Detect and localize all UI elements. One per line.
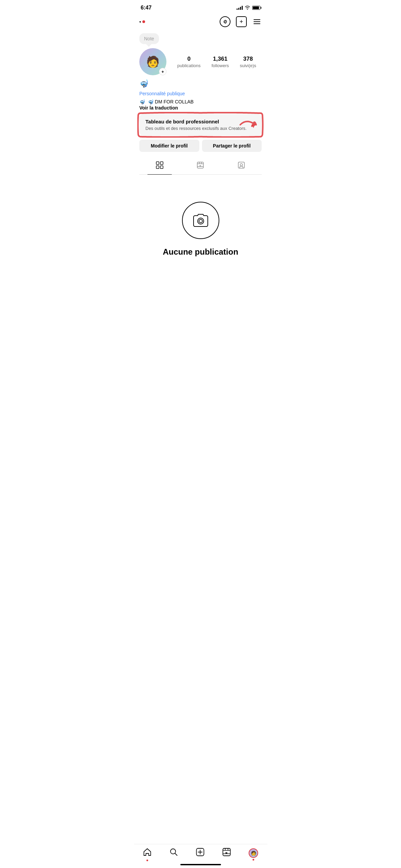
bio-text: 🤿 🤿 DM FOR COLLAB: [139, 99, 262, 104]
following-count: 378: [243, 56, 253, 62]
svg-point-7: [240, 164, 242, 166]
avatar-wrapper[interactable]: 🧑 +: [139, 48, 166, 75]
tab-reels[interactable]: [180, 157, 221, 174]
empty-title: Aucune publication: [163, 247, 238, 257]
svg-rect-1: [156, 162, 159, 164]
dashboard-banner[interactable]: Tableau de bord professionnel Des outils…: [139, 114, 262, 136]
dashboard-title: Tableau de bord professionnel: [145, 119, 256, 124]
following-label: suivi(e)s: [240, 63, 256, 68]
camera-icon: [192, 213, 210, 228]
tabs-row: [139, 157, 262, 175]
edit-avatar-button[interactable]: +: [159, 68, 166, 75]
stats-row: 0 publications 1,361 followers 378 suivi…: [172, 56, 262, 68]
svg-rect-2: [160, 162, 163, 164]
status-time: 6:47: [141, 5, 152, 11]
camera-circle: [182, 202, 219, 239]
add-post-button[interactable]: +: [236, 16, 247, 27]
publications-stat[interactable]: 0 publications: [177, 56, 201, 68]
avatar-stats-row: 🧑 + 0 publications 1,361 followers 378 s…: [139, 48, 262, 75]
avatar-image: 🧑: [146, 55, 160, 68]
profile-section: Note 🧑 + 0 publications 1,361 followers …: [134, 30, 267, 175]
plus-icon: +: [161, 69, 164, 74]
svg-rect-3: [156, 166, 159, 169]
share-profile-button[interactable]: Partager le profil: [202, 140, 262, 152]
tagged-icon: [238, 161, 245, 170]
notification-dot: [142, 20, 145, 23]
signal-icon: [237, 6, 243, 10]
bio-emoji: 🤿: [139, 99, 145, 104]
tab-grid[interactable]: [139, 157, 180, 174]
note-bubble[interactable]: Note: [139, 33, 159, 44]
translate-button[interactable]: Voir la traduction: [139, 105, 262, 111]
svg-rect-6: [238, 162, 244, 168]
status-bar: 6:47: [134, 0, 267, 14]
chevron-down-icon: ▾: [139, 20, 141, 24]
profile-decoration: 🤿: [139, 79, 262, 88]
hamburger-line: [254, 21, 260, 22]
bio-section: 🤿 🤿 DM FOR COLLAB Voir la traduction: [139, 99, 262, 111]
dashboard-subtitle: Des outils et des ressources exclusifs a…: [145, 126, 256, 131]
svg-rect-4: [160, 166, 163, 169]
bio-collab: 🤿 DM FOR COLLAB: [148, 99, 194, 104]
edit-profile-button[interactable]: Modifier le profil: [139, 140, 199, 152]
svg-point-0: [225, 21, 226, 22]
menu-button[interactable]: [252, 18, 262, 25]
following-stat[interactable]: 378 suivi(e)s: [240, 56, 256, 68]
publications-label: publications: [177, 63, 201, 68]
reels-icon: [197, 161, 204, 170]
battery-icon: [252, 6, 260, 10]
svg-point-9: [199, 219, 202, 223]
tab-tagged[interactable]: [221, 157, 262, 174]
hamburger-line: [254, 23, 260, 24]
plus-icon: +: [240, 19, 243, 25]
note-label: Note: [144, 36, 154, 41]
dashboard-banner-wrapper: Tableau de bord professionnel Des outils…: [139, 114, 262, 136]
action-buttons: Modifier le profil Partager le profil: [139, 140, 262, 152]
svg-rect-5: [197, 162, 203, 168]
top-nav: ▾ +: [134, 14, 267, 30]
status-icons: [237, 5, 260, 11]
empty-state: Aucune publication: [134, 175, 267, 270]
hamburger-line: [254, 19, 260, 20]
publications-count: 0: [187, 56, 191, 62]
followers-stat[interactable]: 1,361 followers: [212, 56, 229, 68]
followers-count: 1,361: [213, 56, 227, 62]
grid-icon: [156, 161, 163, 170]
top-nav-left: ▾: [139, 20, 145, 24]
wifi-icon: [245, 5, 250, 11]
followers-label: followers: [212, 63, 229, 68]
svg-point-8: [198, 218, 204, 224]
personality-label: Personnalité publique: [139, 91, 262, 96]
threads-icon-button[interactable]: [220, 16, 230, 27]
